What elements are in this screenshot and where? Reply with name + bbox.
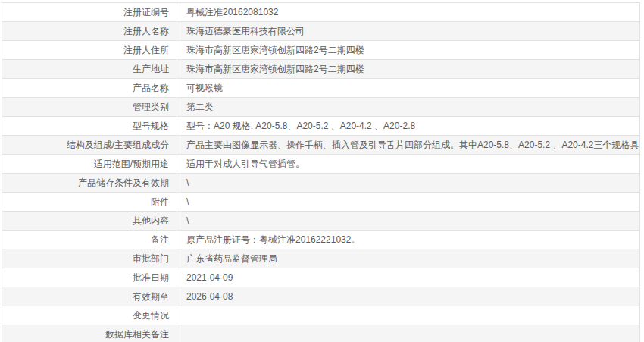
row-label: 产品储存条件及有效期 xyxy=(2,174,177,192)
table-row: 其他内容\ xyxy=(2,212,639,231)
table-row: 备注原产品注册证号：粤械注准20162221032。 xyxy=(2,231,639,249)
row-label: 批准日期 xyxy=(2,268,177,287)
row-value xyxy=(177,325,639,342)
table-row: 批准日期2021-04-09 xyxy=(2,268,639,287)
row-label: 其他内容 xyxy=(2,212,177,230)
row-label: 产品名称 xyxy=(2,79,177,97)
row-value: 2026-04-08 xyxy=(177,287,639,306)
table-row: 管理类别第二类 xyxy=(2,98,639,117)
row-value: 珠海市高新区唐家湾镇创新四路2号二期四楼 xyxy=(177,60,639,78)
table-row: 生产地址珠海市高新区唐家湾镇创新四路2号二期四楼 xyxy=(2,60,639,79)
row-label: 备注 xyxy=(2,231,177,249)
row-value: \ xyxy=(177,212,639,230)
registration-info-table: 注册证编号粤械注准20162081032注册人名称珠海迈德豪医用科技有限公司注册… xyxy=(2,2,640,342)
row-value: 广东省药品监督管理局 xyxy=(177,249,639,268)
row-label: 有效期至 xyxy=(2,287,177,306)
row-value: 珠海迈德豪医用科技有限公司 xyxy=(177,22,639,40)
table-row: 结构及组成/主要组成成分产品主要由图像显示器、操作手柄、插入管及引导舌片四部分组… xyxy=(2,136,639,155)
table-row: 注册人住所珠海市高新区唐家湾镇创新四路2号二期四楼 xyxy=(2,41,639,60)
row-label: 数据库相关备注 xyxy=(2,325,177,342)
table-row: 注册证编号粤械注准20162081032 xyxy=(2,3,639,22)
row-label: 注册人住所 xyxy=(2,41,177,59)
row-label: 附件 xyxy=(2,193,177,211)
table-row: 产品名称可视喉镜 xyxy=(2,79,639,98)
row-label: 结构及组成/主要组成成分 xyxy=(2,136,177,154)
row-value: 第二类 xyxy=(177,98,639,116)
table-row: 附件\ xyxy=(2,193,639,212)
row-value: 2021-04-09 xyxy=(177,268,639,287)
row-value: 粤械注准20162081032 xyxy=(177,3,639,21)
row-value: 产品主要由图像显示器、操作手柄、插入管及引导舌片四部分组成。其中A20-5.8、… xyxy=(177,136,639,154)
row-value: 珠海市高新区唐家湾镇创新四路2号二期四楼 xyxy=(177,41,639,59)
table-row: 有效期至2026-04-08 xyxy=(2,287,639,306)
table-row: 数据库相关备注 xyxy=(2,325,639,342)
row-label: 管理类别 xyxy=(2,98,177,116)
row-label: 注册证编号 xyxy=(2,3,177,21)
table-row: 产品储存条件及有效期\ xyxy=(2,174,639,193)
row-value xyxy=(177,306,639,325)
row-value: 适用于对成人引导气管插管。 xyxy=(177,155,639,173)
table-row: 注册人名称珠海迈德豪医用科技有限公司 xyxy=(2,22,639,41)
row-label: 变更情况 xyxy=(2,306,177,325)
table-row: 适用范围/预期用途适用于对成人引导气管插管。 xyxy=(2,155,639,174)
row-value: 可视喉镜 xyxy=(177,79,639,97)
row-label: 注册人名称 xyxy=(2,22,177,40)
table-row: 型号规格型号：A20 规格: A20-5.8、A20-5.2 、A20-4.2 … xyxy=(2,117,639,136)
row-label: 型号规格 xyxy=(2,117,177,135)
table-row: 审批部门广东省药品监督管理局 xyxy=(2,249,639,268)
table-row: 变更情况 xyxy=(2,306,639,325)
row-value: 原产品注册证号：粤械注准20162221032。 xyxy=(177,231,639,249)
row-label: 适用范围/预期用途 xyxy=(2,155,177,173)
row-value: 型号：A20 规格: A20-5.8、A20-5.2 、A20-4.2 、A20… xyxy=(177,117,639,135)
row-label: 生产地址 xyxy=(2,60,177,78)
row-value: \ xyxy=(177,193,639,211)
row-label: 审批部门 xyxy=(2,249,177,268)
row-value: \ xyxy=(177,174,639,192)
